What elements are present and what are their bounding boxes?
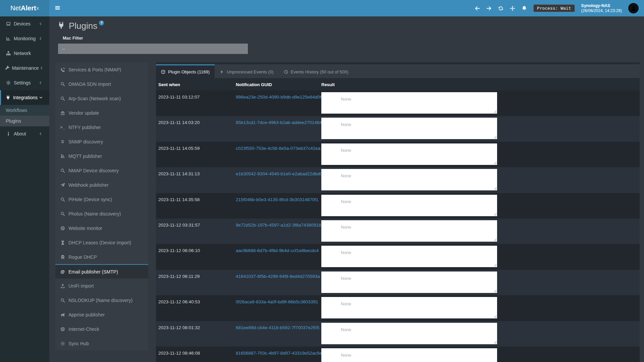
- sidebar-item-settings[interactable]: Settings: [0, 75, 49, 90]
- sidebar-item-network[interactable]: Network: [0, 46, 49, 61]
- sent-when-value: 2023-11-11 03:12:07: [158, 95, 200, 100]
- sent-when-value: 2023-11-12 06:11:29: [158, 274, 200, 279]
- tab-bar: Plugin Objects (1169)Unprocessed Events …: [156, 64, 640, 78]
- brand-text: Net: [10, 4, 21, 12]
- notification-guid-link[interactable]: 85b13cd1-7dce-4963-b2ab-addee2701484: [236, 120, 322, 125]
- plugin-list-item-nmap-device-discovery[interactable]: NMAP Device discovery: [55, 163, 148, 178]
- sidebar-subitem-plugins[interactable]: Plugins: [0, 116, 49, 126]
- chevron-left-icon: [39, 66, 44, 70]
- plugin-item-label: Sync Hub: [68, 341, 89, 346]
- refresh-icon[interactable]: [498, 6, 503, 11]
- result-textarea[interactable]: [321, 195, 497, 216]
- result-textarea[interactable]: [321, 348, 497, 362]
- sidebar-item-label: About: [14, 131, 26, 136]
- plugin-list-item-webhook-publisher[interactable]: Webhook publisher: [55, 178, 148, 192]
- result-textarea[interactable]: [321, 92, 497, 114]
- result-textarea[interactable]: [321, 246, 497, 267]
- main-content: Plugins ? Mac Filter Services & Ports (N…: [49, 16, 644, 362]
- notification-guid-link[interactable]: 998ea23e-250d-4090-b9db-d9e125e84d06: [236, 95, 322, 100]
- plugin-list-item-mqtt-publisher[interactable]: MQTT publisher: [55, 149, 148, 163]
- page-header: Plugins ?: [57, 18, 104, 33]
- sidebar-item-devices[interactable]: Devices: [0, 16, 49, 31]
- plugin-list-item-unifi-import[interactable]: UniFi import: [55, 279, 148, 293]
- phone-volume-icon: [60, 67, 65, 72]
- result-textarea[interactable]: [321, 143, 497, 165]
- sidebar-toggle-button[interactable]: [55, 5, 60, 12]
- notification-guid-link[interactable]: 9e72d52b-197b-4597-a1d2-3f8a74380918: [236, 223, 321, 228]
- notification-guid-link[interactable]: 81656887-703c-4b97-8d97-43319e52ac9a: [236, 351, 322, 356]
- plugin-list-item-nslookup-name-discovery[interactable]: NSLOOKUP (Name discovery): [55, 293, 148, 307]
- topbar: NetAlertX Process: Wait Synology-NAS (26…: [0, 0, 644, 16]
- notification-guid-link[interactable]: c023f550-753e-4c56-8e5a-073eb37c42ea: [236, 146, 320, 151]
- plugin-list-item-sync-hub[interactable]: Sync Hub: [55, 336, 148, 351]
- plugin-item-label: NTFY publisher: [68, 125, 101, 130]
- notification-guid-link[interactable]: 41641037-6f5b-4299-94f8-8ed4d270593a: [236, 274, 320, 279]
- result-textarea[interactable]: [321, 118, 497, 139]
- notification-guid-link[interactable]: 0f26aca9-833a-4a0f-bd9f-66b5c3603391: [236, 299, 318, 304]
- app-logo[interactable]: NetAlertX: [0, 0, 49, 16]
- sidebar-item-integrations[interactable]: Integrations: [0, 90, 49, 105]
- table-row: 2023-11-11 14:35:58215f046b-b0e3-4135-8f…: [156, 193, 640, 219]
- plugin-list: Services & Ports (NMAP)OMADA SDN importA…: [55, 62, 148, 351]
- megaphone-icon: [60, 312, 65, 317]
- notification-guid-link[interactable]: 681ee89d-cb4e-4118-b592-7f70037e2f05: [236, 325, 319, 330]
- plugin-list-item-pihole-device-sync[interactable]: PiHole (Device sync): [55, 192, 148, 206]
- tab-unprocessed-events[interactable]: Unprocessed Events (0): [215, 64, 278, 78]
- plugin-list-item-internet-check[interactable]: Internet-Check: [55, 322, 148, 336]
- result-textarea[interactable]: [321, 169, 497, 190]
- bell-icon[interactable]: [522, 6, 527, 11]
- plugin-list-item-arp-scan-network-scan[interactable]: Arp-Scan (Network scan): [55, 91, 148, 106]
- plugin-list-item-ntfy-publisher[interactable]: >_NTFY publisher: [55, 120, 148, 134]
- plugin-list-item-website-monitor[interactable]: Website monitor: [55, 221, 148, 235]
- plugin-list-item-services-ports-nmap[interactable]: Services & Ports (NMAP): [55, 62, 148, 77]
- user-avatar[interactable]: [628, 3, 639, 13]
- plugin-list-item-snmp-discovery[interactable]: SSNMP discovery: [55, 134, 148, 149]
- notification-guid-link[interactable]: aac9b688-6d7b-4f8d-9b4d-ccf1e8becdc4: [236, 248, 319, 253]
- wrench-icon: [5, 66, 10, 70]
- plugin-item-label: Rogue DHCP: [68, 254, 97, 260]
- plugin-item-label: PiHole (Device sync): [68, 197, 112, 202]
- plugin-list-item-vendor-update[interactable]: Vendor update: [55, 106, 148, 120]
- plugin-list-item-rogue-dhcp[interactable]: Rogue DHCP: [55, 250, 148, 264]
- sidebar-item-label: Devices: [14, 21, 31, 26]
- brand-text-bold: Alert: [21, 4, 36, 12]
- plugin-list-item-dhcp-leases-device-import[interactable]: DHCP Leases (Device import): [55, 235, 148, 250]
- column-result: Result: [321, 82, 335, 87]
- result-textarea[interactable]: [321, 297, 497, 318]
- sidebar-subitem-workflows[interactable]: Workflows: [0, 105, 49, 116]
- table-row: 2023-11-11 14:03:2085b13cd1-7dce-4963-b2…: [156, 116, 640, 141]
- tab-label: Events History (50 out of 500): [291, 69, 348, 74]
- move-icon[interactable]: [510, 6, 515, 11]
- globe-icon: [60, 327, 65, 331]
- sidebar-item-about[interactable]: About: [0, 126, 49, 141]
- result-textarea[interactable]: [321, 323, 497, 344]
- table-row: 2023-11-11 14:31:13e1b30542-9304-4540-b1…: [156, 167, 640, 193]
- notification-guid-link[interactable]: 215f046b-b0e3-4135-8fcd-3b30314870f1: [236, 197, 318, 202]
- sidebar-item-monitoring[interactable]: Monitoring: [0, 31, 49, 46]
- plugin-details-card: Plugin Objects (1169)Unprocessed Events …: [156, 62, 640, 362]
- info-icon: [5, 131, 12, 136]
- search-icon: [60, 82, 65, 86]
- result-textarea[interactable]: [321, 220, 497, 242]
- sidebar-item-label: Integrations: [13, 95, 38, 100]
- plugin-list-item-omada-sdn-import[interactable]: OMADA SDN import: [55, 77, 148, 91]
- column-notification-guid: Notification GUID: [236, 82, 272, 87]
- forward-icon[interactable]: [486, 6, 492, 11]
- result-textarea[interactable]: [321, 272, 497, 293]
- plugin-item-label: MQTT publisher: [68, 154, 102, 159]
- plugin-list-item-pholus-name-discovery[interactable]: Pholus (Name discovery): [55, 206, 148, 221]
- plugin-item-label: NMAP Device discovery: [68, 168, 119, 173]
- plugin-list-item-apprise-publisher[interactable]: Apprise publisher: [55, 307, 148, 322]
- plugin-list-item-email-publisher-smtp[interactable]: @Email publisher (SMTP): [55, 264, 148, 279]
- sent-when-value: 2023-11-12 08:46:08: [158, 351, 200, 356]
- mac-filter-input[interactable]: [58, 44, 248, 54]
- back-icon[interactable]: [475, 6, 480, 11]
- bolt-icon: [220, 70, 224, 74]
- host-info: Synology-NAS (26/06/2024, 14:23:29): [581, 3, 622, 14]
- help-badge[interactable]: ?: [99, 20, 104, 25]
- laptop-icon: [5, 21, 12, 26]
- notification-guid-link[interactable]: e1b30542-9304-4540-b1e0-e2abad22dbd0: [236, 171, 322, 176]
- tab-events-history[interactable]: Events History (50 out of 500): [279, 64, 354, 78]
- sidebar-item-maintenance[interactable]: Maintenance: [0, 61, 49, 75]
- tab-plugin-objects[interactable]: Plugin Objects (1169): [156, 64, 215, 78]
